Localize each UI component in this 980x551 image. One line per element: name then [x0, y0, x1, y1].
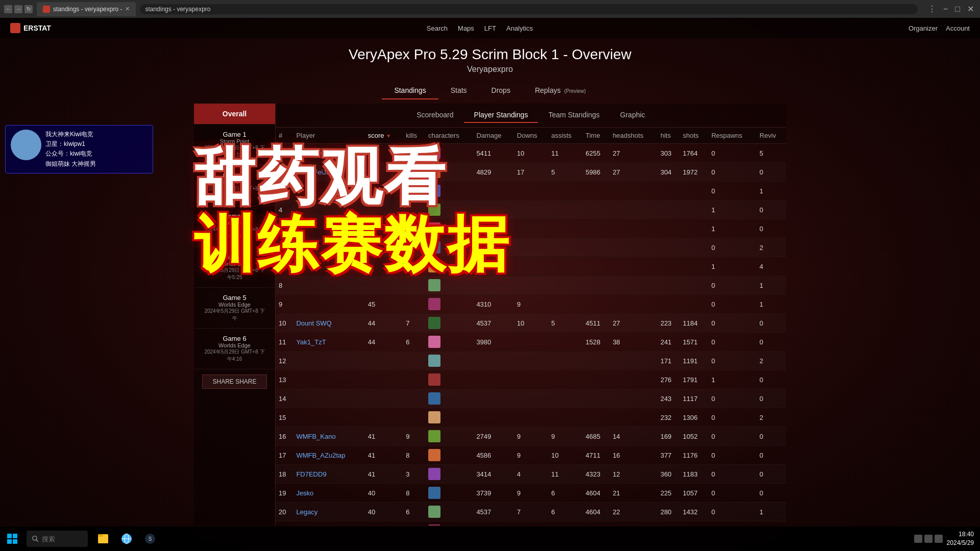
col-respawns[interactable]: Respawns	[708, 128, 756, 144]
game-4-title: Game 4	[202, 253, 267, 261]
game-6-date: 2024年5月29日 GMT+8 下午4:16	[202, 348, 267, 363]
table-cell: 9	[514, 295, 548, 314]
table-cell	[473, 352, 513, 370]
table-cell	[365, 238, 403, 257]
nav-organizer[interactable]: Organizer	[909, 24, 938, 32]
table-cell	[425, 333, 473, 352]
table-cell: 0	[708, 446, 756, 465]
table-cell: 27	[609, 144, 657, 163]
table-cell: 9	[514, 427, 548, 446]
refresh-button[interactable]: ↻	[24, 5, 33, 13]
extensions-button[interactable]: ⋮	[926, 3, 938, 15]
taskbar-app-files[interactable]	[92, 528, 114, 550]
table-cell: 5986	[582, 163, 609, 182]
sidebar-game-4[interactable]: Game 4 Worlds Edge 2024年5月29日 GMT+8 下午5:…	[194, 247, 275, 288]
col-rank: #	[276, 128, 293, 144]
sidebar-game-2[interactable]: Game 2 Storm Point 2024年5月29日 GMT+8 下午4:…	[194, 165, 275, 206]
table-cell: 9	[548, 427, 582, 446]
table-cell: 4511	[582, 314, 609, 333]
col-shots[interactable]: shots	[680, 128, 708, 144]
share-button[interactable]: SHARE SHARE	[202, 374, 267, 389]
table-cell	[582, 257, 609, 276]
sub-nav-graphic[interactable]: Graphic	[610, 108, 655, 123]
taskbar-search-box[interactable]	[27, 531, 88, 547]
nav-search[interactable]: Search	[427, 24, 448, 32]
col-assists[interactable]: assists	[548, 128, 582, 144]
tray-icon-2	[924, 535, 933, 543]
sidebar-game-3[interactable]: Game 3 Storm Point 2024年5月29日 GMT+8 下午5:…	[194, 206, 275, 247]
table-cell	[293, 352, 364, 370]
nav-account[interactable]: Account	[946, 24, 970, 32]
close-browser-button[interactable]: ✕	[965, 3, 976, 15]
tab-stats[interactable]: Stats	[438, 82, 479, 99]
player-link[interactable]: LGD_LqDuD	[296, 149, 334, 157]
col-kills[interactable]: kills	[403, 128, 425, 144]
table-cell	[514, 201, 548, 219]
svg-rect-0	[7, 534, 12, 538]
table-cell: 304	[657, 163, 680, 182]
start-button[interactable]	[0, 527, 24, 551]
table-cell: 4	[514, 465, 548, 484]
nav-maps[interactable]: Maps	[458, 24, 474, 32]
table-cell	[403, 201, 425, 219]
col-headshots[interactable]: headshots	[609, 128, 657, 144]
sidebar-overall[interactable]: Overall	[194, 104, 275, 124]
close-tab-button[interactable]: ✕	[125, 6, 130, 12]
sub-nav-player-standings[interactable]: Player Standings	[464, 108, 538, 123]
game-3-subtitle: Storm Point	[202, 220, 267, 226]
page-title: VeryApex Pro 5.29 Scrim Block 1 - Overvi…	[0, 46, 980, 63]
table-cell: 1	[708, 257, 756, 276]
col-hits[interactable]: hits	[657, 128, 680, 144]
table-cell	[548, 295, 582, 314]
player-link[interactable]: WMFB_Kano	[296, 433, 335, 440]
char-avatar	[428, 260, 440, 272]
sub-nav-scoreboard[interactable]: Scoreboard	[406, 108, 463, 123]
table-cell	[403, 238, 425, 257]
table-cell	[365, 352, 403, 370]
table-cell	[582, 182, 609, 201]
tab-standings[interactable]: Standings	[382, 82, 438, 99]
table-cell	[293, 201, 364, 219]
sidebar-game-5[interactable]: Game 5 Worlds Edge 2024年5月29日 GMT+8 下午	[194, 288, 275, 329]
col-time[interactable]: Time	[582, 128, 609, 144]
taskbar-app-steam[interactable]: S	[139, 528, 161, 550]
player-link[interactable]: Yak1_TzT	[296, 338, 326, 346]
forward-button[interactable]: →	[14, 5, 22, 13]
table-cell: 377	[657, 446, 680, 465]
table-cell	[403, 408, 425, 427]
player-link[interactable]: WMFB_AZu2tap	[296, 452, 345, 459]
address-bar[interactable]: standings - veryapexpro	[140, 4, 918, 14]
table-cell: 0	[708, 503, 756, 521]
player-link[interactable]: Jesko	[296, 489, 313, 497]
table-cell: 1	[756, 182, 786, 201]
taskbar-app-browser[interactable]	[115, 528, 138, 550]
nav-lft[interactable]: LFT	[484, 24, 496, 32]
table-cell	[582, 219, 609, 238]
sidebar-game-1[interactable]: Game 1 Storm Point 2024年5月29日 GMT+8 下午4:…	[194, 124, 275, 165]
col-reviv[interactable]: Reviv	[756, 128, 786, 144]
maximize-button[interactable]: □	[953, 3, 962, 15]
minimize-button[interactable]: −	[941, 3, 950, 15]
table-cell: 14	[609, 427, 657, 446]
tab-replays[interactable]: Replays (Preview)	[523, 82, 598, 99]
table-cell: 5	[548, 163, 582, 182]
sidebar-game-6[interactable]: Game 6 Worlds Edge 2024年5月29日 GMT+8 下午4:…	[194, 329, 275, 369]
browser-tab[interactable]: standings - veryapexpro - ✕	[37, 2, 136, 16]
tab-drops[interactable]: Drops	[479, 82, 523, 99]
table-cell: 0	[756, 484, 786, 503]
col-downs[interactable]: Downs	[514, 128, 548, 144]
nav-analytics[interactable]: Analytics	[506, 24, 533, 32]
player-link[interactable]: FD7EDD9	[296, 470, 326, 478]
player-link[interactable]: Dount SWQ	[296, 319, 331, 327]
table-cell: 1	[756, 503, 786, 521]
table-cell: 38	[609, 333, 657, 352]
player-link[interactable]: LGD_FeiJu	[296, 168, 330, 176]
col-damage[interactable]: Damage	[473, 128, 513, 144]
taskbar-search-input[interactable]	[42, 535, 83, 543]
sub-nav-team-standings[interactable]: Team Standings	[538, 108, 609, 123]
back-button[interactable]: ←	[4, 5, 12, 13]
col-score[interactable]: score ▼	[365, 128, 403, 144]
tray-icon-3	[935, 535, 943, 543]
player-link[interactable]: Legacy	[296, 508, 317, 516]
table-cell	[425, 484, 473, 503]
